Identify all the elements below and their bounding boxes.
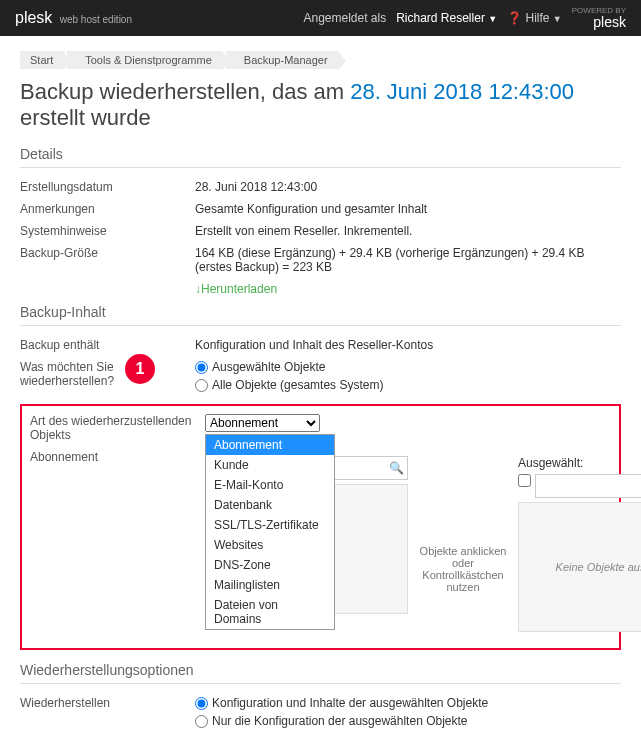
dd-option[interactable]: Mailinglisten xyxy=(206,575,334,595)
dd-option[interactable]: Dateien von Domains xyxy=(206,595,334,629)
notes-value: Gesamte Konfiguration und gesamter Inhal… xyxy=(195,202,621,216)
dd-option[interactable]: SSL/TLS-Zertifikate xyxy=(206,515,334,535)
radio-conf-only[interactable] xyxy=(195,715,208,728)
selected-label: Ausgewählt: xyxy=(518,456,641,470)
sys-value: Erstellt von einem Reseller. Inkrementel… xyxy=(195,224,621,238)
breadcrumb-item[interactable]: Start xyxy=(20,51,63,69)
dd-option[interactable]: Websites xyxy=(206,535,334,555)
section-content: Backup-Inhalt xyxy=(20,304,621,326)
notes-label: Anmerkungen xyxy=(20,202,195,216)
select-all-selected[interactable] xyxy=(518,474,531,487)
selected-list: Keine Objekte ausgewählt xyxy=(518,502,641,632)
dd-option[interactable]: Datenbank xyxy=(206,495,334,515)
radio-selected-objects[interactable] xyxy=(195,361,208,374)
object-type-select[interactable]: Abonnement xyxy=(205,414,320,432)
size-value: 164 KB (diese Ergänzung) + 29.4 KB (vorh… xyxy=(195,246,621,274)
created-label: Erstellungsdatum xyxy=(20,180,195,194)
callout-1: 1 xyxy=(125,354,155,384)
dd-option[interactable]: E-Mail-Konto xyxy=(206,475,334,495)
subscription-label: Abonnement xyxy=(30,450,205,464)
breadcrumb: Start Tools & Dienstprogramme Backup-Man… xyxy=(20,51,621,69)
section-details: Details xyxy=(20,146,621,168)
top-header: plesk web host edition Angemeldet als Ri… xyxy=(0,0,641,36)
breadcrumb-item[interactable]: Backup-Manager xyxy=(226,51,338,69)
brand-edition: web host edition xyxy=(60,14,132,25)
header-right: Angemeldet als Richard Reseller ▼ ❓ Hilf… xyxy=(303,7,626,29)
object-type-dropdown: Abonnement Kunde E-Mail-Konto Datenbank … xyxy=(205,434,335,630)
contains-value: Konfiguration und Inhalt des Reseller-Ko… xyxy=(195,338,621,352)
dd-option[interactable]: Abonnement xyxy=(206,435,334,455)
object-type-label: Art des wiederherzustellenden Objekts xyxy=(30,414,205,442)
radio-all-objects[interactable] xyxy=(195,379,208,392)
contains-label: Backup enthält xyxy=(20,338,195,352)
download-link[interactable]: Herunterladen xyxy=(201,282,277,296)
help-menu[interactable]: ❓ Hilfe ▼ xyxy=(507,11,562,25)
radio-conf-content[interactable] xyxy=(195,697,208,710)
page-title: Backup wiederherstellen, das am 28. Juni… xyxy=(20,79,621,131)
object-selection-box: Art des wiederherzustellenden Objekts Ab… xyxy=(20,404,621,650)
brand-name: plesk xyxy=(15,9,52,26)
logged-in-label: Angemeldet als xyxy=(303,11,386,25)
dd-option[interactable]: Kunde xyxy=(206,455,334,475)
created-value: 28. Juni 2018 12:43:00 xyxy=(195,180,621,194)
search-icon[interactable]: 🔍 xyxy=(385,457,407,479)
selected-search[interactable] xyxy=(536,475,641,497)
breadcrumb-item[interactable]: Tools & Dienstprogramme xyxy=(67,51,222,69)
size-label: Backup-Größe xyxy=(20,246,195,274)
section-options: Wiederherstellungsoptionen xyxy=(20,662,621,684)
picker-hint: Objekte anklicken oder Kontrollkästchen … xyxy=(418,495,508,593)
backup-date: 28. Juni 2018 12:43:00 xyxy=(350,79,574,104)
user-menu[interactable]: Richard Reseller ▼ xyxy=(396,11,497,25)
sys-label: Systemhinweise xyxy=(20,224,195,238)
restore-what-label: Was möchten Sie wiederherstellen? xyxy=(20,360,195,396)
powered-by: POWERED BY plesk xyxy=(572,7,626,29)
chevron-down-icon: ▼ xyxy=(553,14,562,24)
chevron-down-icon: ▼ xyxy=(488,14,497,24)
brand: plesk web host edition xyxy=(15,9,132,27)
dd-option[interactable]: DNS-Zone xyxy=(206,555,334,575)
restore-mode-label: Wiederherstellen xyxy=(20,696,195,732)
